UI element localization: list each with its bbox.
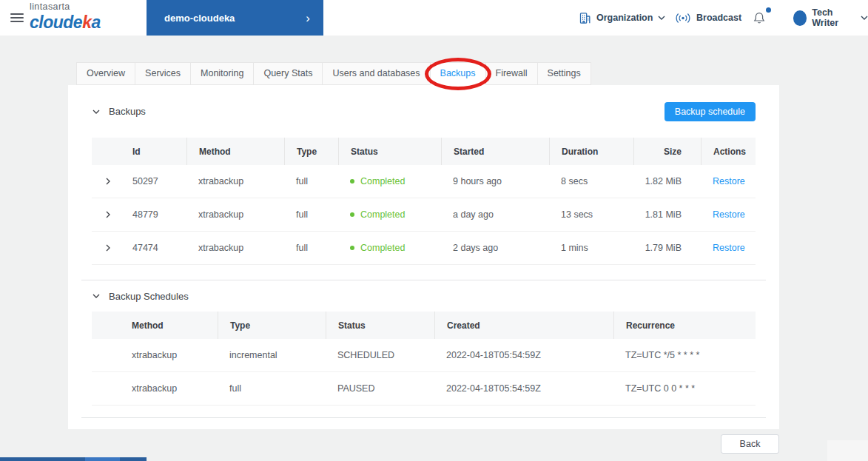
backup-status: Completed — [338, 198, 441, 231]
backup-started: 9 hours ago — [441, 165, 549, 198]
header-duration: Duration — [549, 138, 633, 165]
schedule-row: xtrabackup full PAUSED 2022-04-18T05:54:… — [92, 372, 756, 406]
building-icon — [579, 12, 591, 24]
chevron-down-icon — [92, 107, 101, 116]
project-name: demo-cloudeka — [164, 13, 235, 24]
tab-users-and-databases[interactable]: Users and databases — [322, 62, 430, 85]
organization-menu[interactable]: Organization — [579, 0, 665, 36]
backups-table-header: Id Method Type Status Started Duration S… — [92, 138, 756, 165]
tab-firewall[interactable]: Firewall — [485, 62, 538, 85]
backup-id: 48779 — [129, 198, 186, 231]
header-type: Type — [218, 312, 326, 339]
broadcast-label: Broadcast — [696, 13, 741, 23]
schedule-recurrence: TZ=UTC 0 0 * * * — [613, 372, 756, 405]
header-size: Size — [633, 138, 701, 165]
status-dot-icon — [350, 179, 354, 184]
chevron-right-icon — [104, 210, 112, 219]
backup-size: 1.82 MiB — [633, 165, 701, 198]
backup-started: a day ago — [441, 198, 549, 231]
schedule-row: xtrabackup incremental SCHEDULED 2022-04… — [92, 339, 756, 372]
header-method: Method — [92, 312, 218, 339]
notifications-button[interactable] — [750, 0, 768, 36]
schedules-table-header: Method Type Status Created Recurrence — [92, 312, 756, 339]
backup-actions: Restore — [701, 165, 756, 198]
bell-icon — [753, 11, 766, 25]
backup-method: xtrabackup — [186, 165, 284, 198]
status-dot-icon — [350, 246, 354, 250]
backup-id: 47474 — [129, 232, 186, 264]
header-status: Status — [338, 138, 441, 165]
backup-started: 2 days ago — [441, 232, 549, 264]
brand-product-suffix: a — [91, 13, 100, 32]
broadcast-button[interactable]: Broadcast — [675, 0, 741, 36]
backup-type: full — [284, 165, 338, 198]
backup-actions: Restore — [701, 198, 756, 231]
backup-duration: 13 secs — [549, 198, 633, 231]
tab-monitoring[interactable]: Monitoring — [190, 62, 254, 85]
backup-type: full — [284, 232, 338, 264]
schedule-method: xtrabackup — [92, 339, 218, 371]
schedule-status: PAUSED — [326, 372, 434, 405]
restore-link[interactable]: Restore — [713, 176, 745, 186]
chevron-down-icon — [92, 292, 101, 300]
backup-row: 48779 xtrabackup full Completed a day ag… — [92, 198, 756, 232]
brand-product: cloudeka — [30, 13, 101, 32]
schedule-method: xtrabackup — [92, 372, 218, 405]
restore-link[interactable]: Restore — [713, 243, 745, 253]
user-menu[interactable]: Tech Writer — [793, 0, 868, 36]
schedule-status: SCHEDULED — [326, 339, 434, 371]
tab-bar: Overview Services Monitoring Query Stats… — [76, 62, 591, 85]
schedule-created: 2022-04-18T05:54:59Z — [434, 372, 613, 405]
backup-schedule-button[interactable]: Backup schedule — [665, 102, 756, 121]
menu-icon[interactable] — [10, 13, 24, 24]
expand-row-button[interactable] — [92, 198, 129, 231]
backup-id: 50297 — [129, 165, 186, 198]
expand-row-button[interactable] — [92, 165, 129, 198]
chevron-right-icon — [104, 243, 112, 252]
bottom-edge-bar-segment — [85, 457, 120, 461]
schedule-type: full — [218, 372, 326, 405]
status-dot-icon — [350, 212, 354, 217]
backup-status: Completed — [338, 232, 441, 264]
backups-section-toggle[interactable]: Backups — [92, 106, 146, 117]
content-card: Backups Backup schedule Id Method Type S… — [68, 85, 779, 429]
bottom-edge-bar — [0, 457, 147, 461]
backup-actions: Restore — [701, 232, 756, 264]
project-selector[interactable]: demo-cloudeka › — [147, 0, 323, 36]
tab-query-stats[interactable]: Query Stats — [253, 62, 323, 85]
chevron-right-icon — [104, 177, 112, 186]
status-label: Completed — [360, 209, 405, 220]
header-type: Type — [284, 138, 338, 165]
backup-duration: 8 secs — [549, 165, 633, 198]
broadcast-icon — [675, 13, 691, 24]
schedules-table: Method Type Status Created Recurrence xt… — [92, 312, 756, 406]
backup-type: full — [284, 198, 338, 231]
backups-section-title: Backups — [109, 106, 146, 117]
restore-link[interactable]: Restore — [713, 209, 745, 220]
back-button[interactable]: Back — [721, 434, 779, 454]
organization-label: Organization — [596, 13, 653, 23]
tab-backups-label: Backups — [440, 68, 476, 78]
schedule-type: incremental — [218, 339, 326, 371]
tab-overview[interactable]: Overview — [76, 62, 135, 85]
expand-row-button[interactable] — [92, 232, 129, 264]
status-label: Completed — [360, 176, 405, 186]
header-expand — [92, 138, 129, 165]
header-recurrence: Recurrence — [613, 312, 756, 339]
backup-method: xtrabackup — [186, 232, 284, 264]
notification-badge — [766, 7, 771, 13]
topbar: lintasarta cloudeka demo-cloudeka › Orga… — [0, 0, 868, 36]
backup-duration: 1 mins — [549, 232, 633, 264]
schedules-section-toggle[interactable]: Backup Schedules — [92, 291, 189, 302]
schedule-recurrence: TZ=UTC */5 * * * * — [613, 339, 756, 371]
backup-status: Completed — [338, 165, 441, 198]
tab-settings[interactable]: Settings — [537, 62, 591, 85]
header-created: Created — [434, 312, 613, 339]
tab-backups[interactable]: Backups — [430, 62, 486, 85]
status-label: Completed — [360, 243, 405, 253]
backup-size: 1.81 MiB — [633, 198, 701, 231]
tab-services[interactable]: Services — [135, 62, 191, 85]
header-actions: Actions — [701, 138, 756, 165]
header-id: Id — [129, 138, 186, 165]
schedules-section-title: Backup Schedules — [109, 291, 189, 302]
